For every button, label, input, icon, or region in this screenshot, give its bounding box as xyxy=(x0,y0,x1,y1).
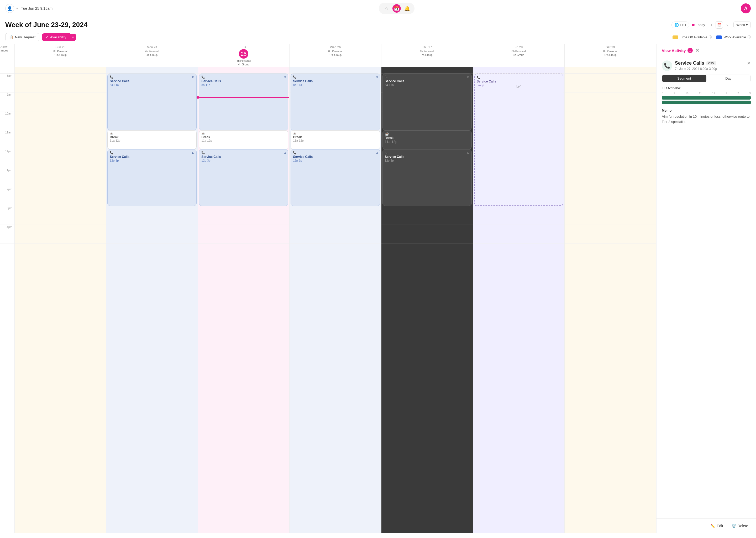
day-col-wed[interactable]: 📞 ⊟ Service Calls 8a-11a ☕ Break 11a-12p… xyxy=(290,67,381,533)
coffee-icon-tue: ☕ xyxy=(201,132,205,135)
calendar-header: Allow-ances Sun 23 8h Personal12h Group … xyxy=(0,44,656,67)
segment-tab[interactable]: Segment xyxy=(662,75,706,82)
nav-center-icons: ⌂ 📅 🔔 xyxy=(379,3,414,14)
day-col-tue[interactable]: 📞 ⊟ Service Calls 8a-11a ☕ Break 11a-12p… xyxy=(198,67,290,533)
delete-button[interactable]: 🗑️ Delete xyxy=(729,522,751,530)
work-available-legend: Work Available ⓘ xyxy=(716,35,751,39)
user-dropdown-arrow[interactable]: ▾ xyxy=(16,7,18,10)
timezone-badge: 🌐 EST xyxy=(672,22,689,28)
day-col-thu[interactable]: 📞 ⊟ Service Calls 8a-11a ☕ Break 11a-12p… xyxy=(381,67,473,533)
day-col-mon[interactable]: 📞 ⊟ Service Calls 8a-11a ☕ Break 11a-12p… xyxy=(106,67,198,533)
event-break-mon[interactable]: ☕ Break 11a-12p xyxy=(107,130,197,149)
work-available-info-icon[interactable]: ⓘ xyxy=(748,35,751,39)
side-panel-footer: ✏️ Edit 🗑️ Delete xyxy=(656,518,756,533)
close-x-icon[interactable]: ✕ xyxy=(695,48,699,53)
activity-card-header: 📞 Service Calls CSV 7h June 27, 2024 8:0… xyxy=(662,60,751,71)
day-col-sat[interactable] xyxy=(565,67,656,533)
day-col-fri[interactable]: ☞ 📞 Service Calls 8a-3p xyxy=(473,67,565,533)
toolbar-right: Time Off Available ⓘ Work Available ⓘ xyxy=(673,35,751,39)
phone-icon-wed-pm: 📞 xyxy=(293,151,297,154)
minimize-icon-2: ⊟ xyxy=(192,151,194,154)
minimize-icon-wed: ⊟ xyxy=(376,76,378,79)
check-icon: ✓ xyxy=(46,35,49,39)
event-service-calls-mon-am[interactable]: 📞 ⊟ Service Calls 8a-11a xyxy=(107,74,197,130)
phone-icon-tue-pm: 📞 xyxy=(201,151,205,154)
activity-count-badge: 1 xyxy=(687,48,693,53)
day-col-sun[interactable] xyxy=(15,67,106,533)
availability-button-group: ✓ Availability ▾ xyxy=(42,33,76,41)
phone-icon-2: 📞 xyxy=(110,151,114,154)
overview-label: ⊞ Overview xyxy=(662,86,751,90)
calendar-main: Allow-ances Sun 23 8h Personal12h Group … xyxy=(0,44,656,533)
view-selector[interactable]: Week ▾ xyxy=(733,22,751,28)
time-column: 8am 9am 10am 11am 12pm 1pm 2pm 3pm 4pm xyxy=(0,67,15,533)
activity-title-row: Service Calls CSV xyxy=(675,60,744,66)
event-service-calls-mon-pm[interactable]: 📞 ⊟ Service Calls 12p-3p xyxy=(107,149,197,206)
event-service-calls-wed-am[interactable]: 📞 ⊟ Service Calls 8a-11a xyxy=(291,74,380,130)
event-service-calls-tue-am[interactable]: 📞 ⊟ Service Calls 8a-11a xyxy=(199,74,288,130)
toolbar: 📋 New Request ✓ Availability ▾ Time Off … xyxy=(0,31,756,44)
phone-icon-tue: 📞 xyxy=(201,76,205,79)
minimize-icon-tue-pm: ⊟ xyxy=(284,151,286,154)
user-avatar[interactable]: A xyxy=(741,3,751,13)
event-service-calls-thu-pm[interactable]: 📞 ⊟ Service Calls 12p-3p xyxy=(382,149,472,206)
work-available-color-swatch xyxy=(716,35,722,39)
current-time-line xyxy=(198,97,289,98)
col-header-sat: Sat 29 8h Personal12h Group xyxy=(565,44,656,67)
event-break-wed[interactable]: ☕ Break 11a-12p xyxy=(291,130,380,149)
timeline-bar-1 xyxy=(662,96,751,100)
bell-button[interactable]: 🔔 xyxy=(403,4,411,13)
minimize-icon-tue: ⊟ xyxy=(284,76,286,79)
phone-icon-thu-pm: 📞 xyxy=(385,151,389,154)
calendar-button[interactable]: 📅 xyxy=(393,4,401,13)
event-service-calls-tue-pm[interactable]: 📞 ⊟ Service Calls 12p-3p xyxy=(199,149,288,206)
event-service-calls-wed-pm[interactable]: 📞 ⊟ Service Calls 12p-3p xyxy=(291,149,380,206)
today-button[interactable]: Today xyxy=(692,23,705,27)
activity-info: Service Calls CSV 7h June 27, 2024 8:00a… xyxy=(675,60,744,71)
edit-button[interactable]: ✏️ Edit xyxy=(708,522,726,530)
activity-close-button[interactable]: ✕ xyxy=(747,60,751,66)
col-header-wed: Wed 26 8h Personal12h Group xyxy=(290,44,381,67)
phone-icon-wed: 📞 xyxy=(293,76,297,79)
event-break-thu[interactable]: ☕ Break 11a-12p xyxy=(382,130,472,149)
calendar-plus-icon: 📋 xyxy=(9,35,13,39)
user-menu-button[interactable]: 👤 xyxy=(5,4,14,13)
availability-main-button[interactable]: ✓ Availability xyxy=(42,33,70,41)
week-header: Week of June 23-29, 2024 🌐 EST Today ‹ 📅… xyxy=(0,17,756,31)
today-dot xyxy=(692,24,694,26)
new-request-button[interactable]: 📋 New Request xyxy=(5,33,39,41)
timeline-top-labels: 89101112123 xyxy=(662,92,751,95)
calendar-container: Allow-ances Sun 23 8h Personal12h Group … xyxy=(0,44,756,533)
minimize-icon-wed-pm: ⊟ xyxy=(376,151,378,154)
minimize-icon-thu-pm: ⊟ xyxy=(467,151,469,154)
col-header-tue: Tue 25 6h Personal4h Group xyxy=(198,44,290,67)
top-nav: 👤 ▾ Tue Jun 25 9:15am ⌂ 📅 🔔 A xyxy=(0,0,756,17)
day-tab[interactable]: Day xyxy=(706,75,751,82)
home-button[interactable]: ⌂ xyxy=(382,4,390,13)
phone-icon: 📞 xyxy=(110,76,114,79)
prev-week-button[interactable]: ‹ xyxy=(708,21,715,28)
activity-icon: 📞 xyxy=(662,60,672,71)
week-controls: 🌐 EST Today ‹ 📅 › Week ▾ xyxy=(672,21,751,28)
trash-icon: 🗑️ xyxy=(732,524,736,528)
next-week-button[interactable]: › xyxy=(724,21,731,28)
col-header-mon: Mon 24 4h Personal4h Group xyxy=(106,44,198,67)
calendar-body: 8am 9am 10am 11am 12pm 1pm 2pm 3pm 4pm xyxy=(0,67,656,533)
globe-icon: 🌐 xyxy=(674,23,679,27)
coffee-icon-wed: ☕ xyxy=(293,132,297,135)
time-off-info-icon[interactable]: ⓘ xyxy=(709,35,712,39)
availability-dropdown-button[interactable]: ▾ xyxy=(70,34,76,41)
col-header-sun: Sun 23 8h Personal12h Group xyxy=(15,44,106,67)
datepicker-button[interactable]: 📅 xyxy=(716,21,723,28)
side-panel: View Activity 1 ✕ 📞 Service Calls CSV 7h… xyxy=(656,44,756,533)
event-service-calls-fri-drag[interactable]: 📞 Service Calls 8a-3p xyxy=(474,74,563,206)
event-service-calls-thu-am[interactable]: 📞 ⊟ Service Calls 8a-11a xyxy=(382,74,472,130)
event-break-tue[interactable]: ☕ Break 11a-12p xyxy=(199,130,288,149)
col-header-thu: Thu 27 8h Personal7h Group xyxy=(381,44,473,67)
memo-section: Memo Aim for resolution in 10 minutes or… xyxy=(662,108,751,124)
allowances-header: Allow-ances xyxy=(0,44,15,67)
phone-icon-fri: 📞 xyxy=(477,76,480,79)
coffee-icon-thu: ☕ xyxy=(385,132,389,136)
week-title: Week of June 23-29, 2024 xyxy=(5,21,87,29)
view-activity-button[interactable]: View Activity 1 ✕ xyxy=(662,48,699,53)
